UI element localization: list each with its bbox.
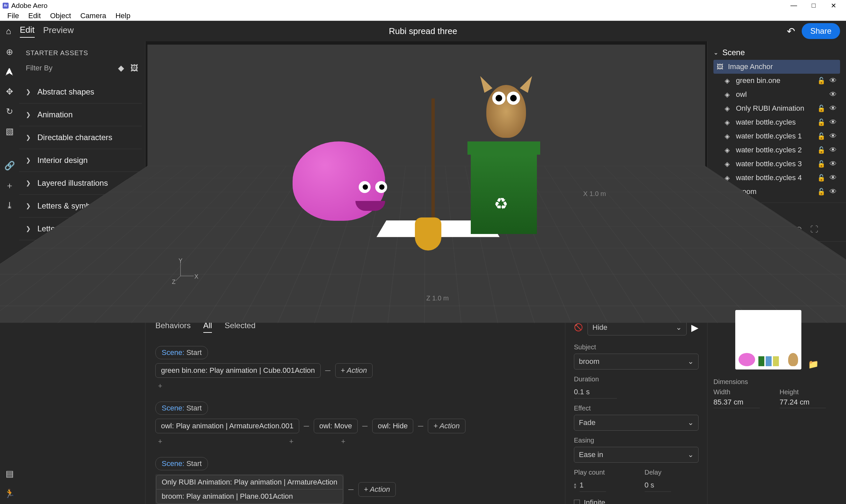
lock-icon[interactable]: 🔓: [817, 160, 826, 168]
asset-category[interactable]: ❯Directable characters: [19, 126, 142, 149]
scale-tool-icon[interactable]: ▧: [4, 125, 16, 137]
object-rubi-monster[interactable]: [292, 141, 398, 240]
lock-icon[interactable]: 🔓: [817, 118, 826, 126]
add-row-button[interactable]: +: [156, 436, 165, 447]
scene-item[interactable]: ◈ green bin.one 🔓 👁: [714, 74, 840, 88]
axis-gizmo[interactable]: Y X Z: [174, 259, 197, 284]
ground-tool-icon[interactable]: ⤓: [4, 199, 16, 211]
chevron-right-icon: ❯: [26, 225, 31, 232]
run-icon[interactable]: 🏃: [4, 487, 16, 499]
eye-icon[interactable]: 👁: [829, 90, 837, 99]
action-chip[interactable]: owl: Play animation | ArmatureAction.001: [156, 419, 299, 433]
asset-category[interactable]: ❯Animation: [19, 104, 142, 126]
scene-item[interactable]: ◈ water bottle.cycles 3 🔓 👁: [714, 157, 840, 171]
eye-icon[interactable]: 👁: [829, 160, 837, 168]
scene-item[interactable]: ◈ water bottle.cycles 1 🔓 👁: [714, 129, 840, 143]
add-tool-icon[interactable]: ⊕: [4, 46, 16, 58]
eye-icon[interactable]: 👁: [829, 104, 837, 113]
document-title: Rubi spread three: [389, 26, 457, 36]
duration-input[interactable]: [574, 386, 617, 399]
add-action-button[interactable]: + Action: [428, 419, 465, 433]
menu-camera[interactable]: Camera: [76, 10, 111, 21]
anchor-image-preview[interactable]: [735, 310, 802, 370]
menu-object[interactable]: Object: [45, 10, 76, 21]
easing-dropdown[interactable]: Ease in⌄: [574, 447, 699, 463]
window-maximize-button[interactable]: □: [804, 0, 824, 11]
lock-icon[interactable]: 🔓: [817, 188, 826, 196]
browse-folder-icon[interactable]: 📁: [808, 359, 818, 370]
scene-item[interactable]: ◈ owl 👁: [714, 88, 840, 102]
home-icon[interactable]: ⌂: [6, 26, 11, 36]
object-green-bin[interactable]: ♻: [471, 141, 543, 234]
action-chip[interactable]: Only RUBI Animation: Play animation | Ar…: [156, 475, 343, 489]
tab-edit[interactable]: Edit: [20, 25, 35, 38]
eye-icon[interactable]: 👁: [829, 118, 837, 127]
tab-preview[interactable]: Preview: [43, 25, 74, 37]
add-row-button[interactable]: +: [339, 436, 348, 447]
lock-icon[interactable]: 🔓: [817, 132, 826, 140]
panel-toggle-icon[interactable]: ▤: [4, 468, 16, 480]
lock-icon[interactable]: 🔓: [817, 146, 826, 154]
undo-icon[interactable]: ↶: [787, 25, 795, 37]
scene-item[interactable]: ◈ Only RUBI Animation 🔓 👁: [714, 102, 840, 115]
asset-category[interactable]: ❯Interior design: [19, 149, 142, 172]
eye-icon[interactable]: 👁: [829, 76, 837, 85]
top-toolbar: ⌂ Edit Preview Rubi spread three ↶ Share: [0, 21, 846, 41]
scene-item-image-anchor[interactable]: 🖼 Image Anchor: [714, 60, 840, 74]
add-action-button[interactable]: + Action: [335, 363, 373, 378]
scene-item[interactable]: ◈ water bottle.cycles 🔓 👁: [714, 115, 840, 129]
play-icon[interactable]: ▶: [691, 322, 699, 333]
add-action-button[interactable]: + Action: [358, 482, 396, 497]
menu-edit[interactable]: Edit: [23, 10, 45, 21]
action-chip[interactable]: broom: Play animation | Plane.001Action: [156, 489, 343, 504]
add-row-button[interactable]: +: [156, 380, 555, 392]
window-close-button[interactable]: ✕: [824, 0, 843, 11]
object-broom[interactable]: [427, 98, 440, 244]
lock-icon[interactable]: 🔓: [817, 105, 826, 112]
chevron-down-icon: ⌄: [688, 357, 694, 366]
trigger-chip[interactable]: Scene: Start: [156, 457, 208, 470]
width-value[interactable]: 85.37 cm: [714, 398, 760, 408]
eye-icon[interactable]: 👁: [829, 146, 837, 154]
plus-tool-icon[interactable]: ＋: [4, 179, 16, 191]
select-tool-icon[interactable]: ⮝: [4, 66, 16, 78]
add-row-button[interactable]: +: [287, 436, 296, 447]
window-minimize-button[interactable]: —: [784, 0, 804, 11]
link-tool-icon[interactable]: 🔗: [4, 160, 16, 172]
infinite-checkbox[interactable]: [574, 500, 580, 504]
action-chip[interactable]: green bin.one: Play animation | Cube.001…: [156, 363, 321, 378]
action-stack[interactable]: Only RUBI Animation: Play animation | Ar…: [156, 474, 344, 504]
scene-item[interactable]: ◈ water bottle.cycles 2 🔓 👁: [714, 143, 840, 157]
visibility-off-icon[interactable]: 🚫: [574, 323, 583, 332]
scene-header[interactable]: ⌄Scene: [714, 45, 840, 60]
effect-dropdown[interactable]: Fade⌄: [574, 415, 699, 431]
action-chip[interactable]: owl: Move: [314, 419, 358, 433]
menu-help[interactable]: Help: [111, 10, 135, 21]
object-owl[interactable]: [476, 72, 536, 144]
action-chip[interactable]: owl: Hide: [372, 419, 413, 433]
filter-image-icon[interactable]: 🖼: [131, 64, 139, 73]
eye-icon[interactable]: 👁: [829, 174, 837, 182]
lock-icon[interactable]: 🔓: [817, 174, 826, 182]
window-titlebar: Ar Adobe Aero — □ ✕: [0, 0, 846, 11]
trigger-chip[interactable]: Scene: Start: [156, 346, 208, 359]
eye-icon[interactable]: 👁: [829, 132, 837, 141]
rotate-tool-icon[interactable]: ↻: [4, 105, 16, 117]
filter-3d-icon[interactable]: ◆: [118, 64, 124, 73]
stepper-arrows[interactable]: ▴▾: [574, 482, 576, 489]
height-label: Height: [779, 388, 826, 396]
height-value[interactable]: 77.24 cm: [779, 398, 826, 408]
move-tool-icon[interactable]: ✥: [4, 86, 16, 97]
delay-input[interactable]: [645, 479, 671, 492]
eye-icon[interactable]: 👁: [829, 187, 837, 196]
menu-file[interactable]: File: [3, 10, 23, 21]
3d-viewport[interactable]: ♻ Y X Z X 1.0 m Z 1.0 m: [147, 44, 705, 314]
lock-icon[interactable]: 🔓: [817, 77, 826, 85]
expand-icon[interactable]: ⛶: [810, 225, 818, 234]
scene-item[interactable]: ◈ water bottle.cycles 4 🔓 👁: [714, 171, 840, 185]
subject-dropdown[interactable]: broom⌄: [574, 354, 699, 370]
asset-category[interactable]: ❯Abstract shapes: [19, 80, 142, 104]
play-count-input[interactable]: [579, 479, 606, 492]
share-button[interactable]: Share: [802, 23, 840, 39]
trigger-chip[interactable]: Scene: Start: [156, 401, 208, 415]
